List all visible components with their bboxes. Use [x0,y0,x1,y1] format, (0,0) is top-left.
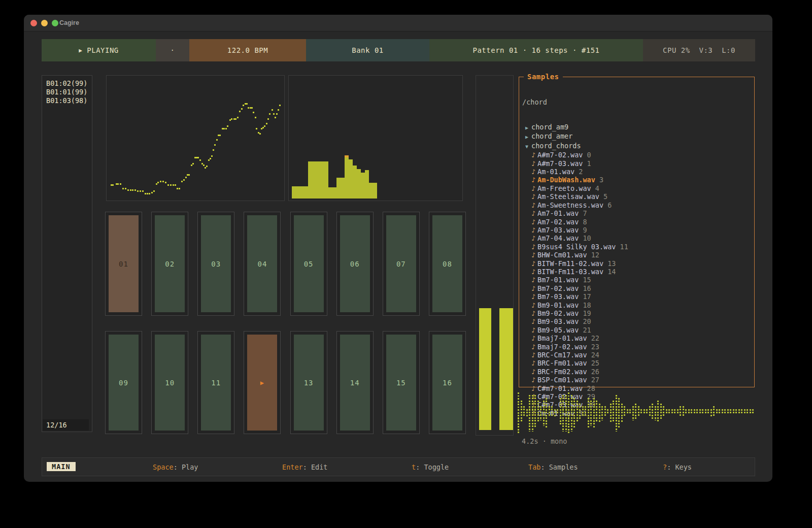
waveform-column [627,409,628,415]
histogram-bar [365,170,369,199]
tree-file[interactable]: ♪Am7-04.wav 10 [522,234,754,242]
tree-file[interactable]: ♪BRC-Fm01.wav 25 [522,359,754,367]
music-note-icon: ♪ [529,176,537,184]
waveform-column [579,404,581,420]
tree-folder-chord_amer[interactable]: ▶chord_amer [522,132,754,141]
tree-file[interactable]: ♪A#m7-02.wav 0 [522,151,754,159]
pad-label: 03 [201,215,231,312]
histogram-bar [328,187,332,199]
pad-label: 01 [109,215,139,312]
pad-16[interactable]: 16 [429,331,466,434]
tree-file[interactable]: ♪BRC-Cm17.wav 24 [522,351,754,359]
tree-folder-chord_am9[interactable]: ▶chord_am9 [522,123,754,132]
tree-file[interactable]: ♪Bm7-01.wav 15 [522,276,754,284]
tree-file[interactable]: ♪Am7-02.wav 8 [522,218,754,226]
pad-12[interactable]: ▶ [244,331,281,434]
pad-label: 09 [109,335,139,431]
scatter-dot [151,192,153,193]
tree-file[interactable]: ♪Am-Steelsaw.wav 5 [522,192,754,201]
pad-15[interactable]: 15 [383,331,420,434]
tree-file[interactable]: ♪Bm9-03.wav 20 [522,317,754,325]
tree-file[interactable]: ♪Am7-03.wav 9 [522,226,754,234]
pad-label: 16 [432,335,462,431]
transport-status[interactable]: ▶ PLAYING [42,39,156,61]
pad-6[interactable]: 06 [336,212,374,316]
voice-entry: B01:01(99) [42,88,92,96]
tree-file[interactable]: ♪BRC-Fm02.wav 26 [522,368,754,376]
file-index: 19 [583,309,591,317]
window-title: Cagire [59,19,79,26]
pad-1[interactable]: 01 [105,212,142,316]
pad-7[interactable]: 07 [383,212,420,316]
transport-label: PLAYING [87,46,119,54]
tree-file[interactable]: ♪Bm7-03.wav 17 [522,292,754,301]
waveform-column [663,406,664,417]
scatter-dot [278,109,279,111]
waveform-column [557,409,558,415]
samples-browser: Samples /chord ▶chord_am9▶chord_amer▼cho… [519,77,755,387]
scatter-dot [173,184,174,186]
tree-file[interactable]: ♪Am-01.wav 2 [522,168,754,176]
pad-13[interactable]: 13 [290,331,327,434]
bank-display[interactable]: Bank 01 [306,39,429,61]
waveform-column [532,395,533,432]
scatter-dot [211,155,213,157]
pad-8[interactable]: 08 [429,212,466,316]
pad-9[interactable]: 09 [105,331,142,434]
tree-file[interactable]: ♪Bm7-02.wav 16 [522,284,754,292]
pad-14[interactable]: 14 [336,331,374,434]
tree-file[interactable]: ♪BITW-Fm11-03.wav 14 [522,268,754,276]
pad-10[interactable]: 10 [151,331,188,434]
file-index: 27 [591,376,599,384]
tree-file[interactable]: ♪BHW-Cm01.wav 12 [522,251,754,259]
scatter-dot [266,123,267,124]
scatter-dot [132,189,133,191]
music-note-icon: ♪ [529,276,537,284]
scatter-dot [165,182,166,183]
tree-file[interactable]: ♪Bm9-01.wav 18 [522,301,754,309]
tree-file[interactable]: ♪Am-Sweetness.wav 6 [522,201,754,209]
tree-file[interactable]: ♪Am-Freeto.wav 4 [522,184,754,192]
histogram-bar [369,183,373,199]
tree-file[interactable]: ♪A#m7-03.wav 1 [522,159,754,168]
file-name: B9sus4 Silky 03.wav [537,243,620,251]
pad-2[interactable]: 02 [151,212,188,316]
tree-file[interactable]: ♪Bm9-05.wav 21 [522,326,754,334]
file-name: Bmaj7-01.wav [537,334,591,342]
tree-file[interactable]: ♪Bmaj7-02.wav 23 [522,343,754,351]
pattern-display[interactable]: Pattern 01 · 16 steps · #151 [429,39,643,61]
waveform-column [724,409,726,415]
scatter-dot [157,182,159,183]
scatter-dot [241,108,243,110]
close-button[interactable] [30,20,37,26]
maximize-button[interactable] [52,20,58,26]
pad-5[interactable]: 05 [290,212,327,316]
tree-file[interactable]: ♪Am7-01.wav 7 [522,209,754,217]
pad-11[interactable]: 11 [197,331,234,434]
waveform-column [549,406,550,417]
tree-file[interactable]: ♪BSP-Cm01.wav 27 [522,376,754,384]
pad-grid-row2: 091011▶13141516 [105,331,466,434]
sample-tree: /chord ▶chord_am9▶chord_amer▼chord_chord… [519,77,754,417]
tree-file[interactable]: ♪Bmaj7-01.wav 22 [522,334,754,342]
bpm-display[interactable]: 122.0 BPM [189,39,306,61]
scatter-dot [188,174,190,176]
tree-file[interactable]: ♪B9sus4 Silky 03.wav 11 [522,243,754,251]
waveform-column [668,409,670,415]
tree-folder-chord_chords[interactable]: ▼chord_chords [522,142,754,151]
minimize-button[interactable] [41,20,48,26]
scatter-dot [206,166,208,167]
tree-file[interactable]: ♪BITW-Fm11-02.wav 13 [522,259,754,268]
tree-file[interactable]: ♪Am-DubWash.wav 3 [522,176,754,184]
waveform-column [568,392,569,435]
waveform-column [573,398,575,429]
tree-file[interactable]: ♪Bm9-02.wav 19 [522,309,754,317]
waveform-column [526,409,528,418]
scatter-dot [267,118,269,120]
waveform-column [593,398,595,429]
hint-key: Tab [528,463,540,471]
scatter-dot [185,177,187,178]
pad-3[interactable]: 03 [197,212,234,316]
pad-4[interactable]: 04 [244,212,281,316]
scatter-dot [130,189,131,191]
